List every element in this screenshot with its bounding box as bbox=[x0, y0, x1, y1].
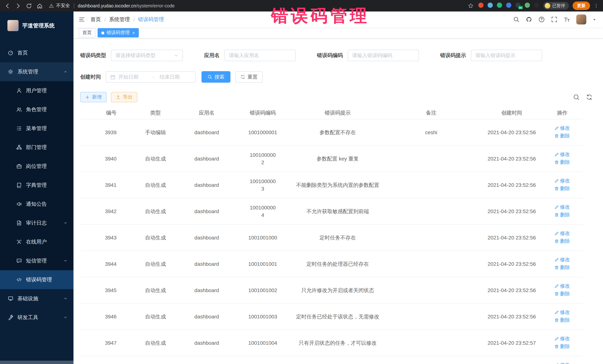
table-search-toggle-icon[interactable] bbox=[573, 94, 580, 100]
delete-link-label: 删除 bbox=[560, 132, 570, 140]
table-refresh-icon[interactable] bbox=[586, 94, 593, 100]
edit-link[interactable]: 修改 bbox=[554, 203, 570, 211]
edit-link-label: 修改 bbox=[560, 282, 570, 290]
breadcrumb-item[interactable]: 首页 bbox=[91, 16, 101, 23]
bookmark-star-icon[interactable] bbox=[468, 3, 473, 9]
export-button[interactable]: 导出 bbox=[111, 92, 137, 102]
reload-icon[interactable] bbox=[26, 3, 32, 9]
close-tab-icon[interactable]: × bbox=[132, 31, 135, 35]
chevron-down-icon bbox=[174, 53, 178, 58]
edit-icon bbox=[554, 257, 559, 262]
extension-icon[interactable] bbox=[497, 2, 502, 8]
add-button-label: 新增 bbox=[92, 94, 102, 100]
sidebar-item-label: 菜单管理 bbox=[26, 125, 68, 132]
tag-view-tab[interactable]: 错误码管理× bbox=[98, 28, 139, 37]
home-icon[interactable] bbox=[37, 3, 43, 9]
delete-link[interactable]: 删除 bbox=[554, 185, 570, 192]
forward-icon[interactable] bbox=[15, 3, 21, 9]
font-size-icon[interactable] bbox=[564, 16, 570, 22]
sidebar-item-menu-management[interactable]: 菜单管理 bbox=[0, 119, 73, 138]
caret-down-icon[interactable] bbox=[593, 18, 596, 21]
delete-icon bbox=[554, 292, 559, 296]
delete-link[interactable]: 删除 bbox=[554, 132, 570, 140]
sidebar-item-role-management[interactable]: 角色管理 bbox=[0, 100, 73, 119]
tag-view-tab[interactable]: 首页 bbox=[79, 28, 95, 37]
edit-link[interactable]: 修改 bbox=[554, 177, 570, 184]
sidebar-item-home[interactable]: 首页 bbox=[0, 43, 73, 62]
edit-link[interactable]: 修改 bbox=[554, 361, 570, 364]
extension-icon[interactable] bbox=[478, 2, 483, 8]
search-icon[interactable] bbox=[513, 16, 520, 22]
app-name-input[interactable] bbox=[224, 50, 296, 61]
fullscreen-icon[interactable] bbox=[551, 16, 557, 22]
edit-icon bbox=[554, 310, 559, 315]
table-cell: 2021-04-20 23:52:56 bbox=[482, 277, 542, 303]
delete-link[interactable]: 删除 bbox=[554, 343, 570, 350]
edit-link[interactable]: 修改 bbox=[554, 256, 570, 263]
browser-menu-icon[interactable] bbox=[594, 3, 599, 8]
table-cell: dashboard bbox=[183, 356, 231, 364]
dictionary-icon bbox=[16, 182, 22, 188]
delete-link[interactable]: 删除 bbox=[554, 237, 570, 245]
date-range-separator: - bbox=[153, 74, 155, 80]
edit-link[interactable]: 修改 bbox=[554, 309, 570, 316]
sidebar-toggle-hamburger-icon[interactable] bbox=[79, 16, 85, 22]
filter-error-type-label: 错误码类型 bbox=[80, 52, 106, 59]
delete-link[interactable]: 删除 bbox=[554, 290, 570, 298]
edit-icon bbox=[554, 205, 559, 209]
table-cell: dashboard bbox=[183, 251, 231, 277]
address-bar[interactable]: 不安全 dashboard.yudao.iocoder.cn/system/er… bbox=[49, 3, 175, 9]
delete-link[interactable]: 删除 bbox=[554, 264, 570, 271]
extension-icon[interactable] bbox=[534, 2, 539, 8]
user-avatar[interactable] bbox=[576, 14, 586, 24]
sidebar-item-error-code[interactable]: 错误码管理 bbox=[0, 270, 73, 289]
edit-link[interactable]: 修改 bbox=[554, 124, 570, 132]
browser-profile-button[interactable]: 已暂停 bbox=[543, 2, 569, 10]
add-button[interactable]: 新增 bbox=[80, 92, 106, 102]
github-icon[interactable] bbox=[526, 16, 532, 22]
edit-link[interactable]: 修改 bbox=[554, 230, 570, 237]
table-cell: 自动生成 bbox=[128, 303, 183, 330]
table-cell: 3944 bbox=[80, 251, 128, 277]
sidebar-item-user-management[interactable]: 用户管理 bbox=[0, 81, 73, 100]
sidebar-item-dict-management[interactable]: 字典管理 bbox=[0, 176, 73, 195]
delete-link[interactable]: 删除 bbox=[554, 316, 570, 324]
app-logo[interactable]: 芋道管理系统 bbox=[0, 11, 73, 40]
create-time-range-picker[interactable]: 开始日期 - 结束日期 bbox=[106, 71, 196, 83]
table-cell: 参数配置 key 重复 bbox=[295, 145, 381, 172]
extension-icon[interactable] bbox=[506, 2, 511, 8]
error-hint-input[interactable] bbox=[471, 50, 542, 61]
sidebar-item-system-management[interactable]: 系统管理 bbox=[0, 62, 73, 81]
edit-icon bbox=[554, 126, 559, 130]
sidebar-item-dev-tools[interactable]: 研发工具 bbox=[0, 308, 73, 327]
delete-icon bbox=[554, 344, 559, 349]
sidebar-item-notice[interactable]: 通知公告 bbox=[0, 195, 73, 213]
search-button[interactable]: 搜索 bbox=[201, 71, 231, 83]
back-icon[interactable] bbox=[4, 3, 10, 9]
error-type-select[interactable]: 请选择错误码类型 bbox=[111, 50, 183, 61]
delete-link[interactable]: 删除 bbox=[554, 158, 570, 166]
extension-icon[interactable]: on bbox=[515, 2, 521, 8]
edit-link[interactable]: 修改 bbox=[554, 335, 570, 342]
table-cell: 3943 bbox=[80, 224, 128, 251]
help-icon[interactable] bbox=[538, 16, 545, 22]
reset-button[interactable]: 重置 bbox=[235, 71, 263, 83]
sidebar-item-dept-management[interactable]: 部门管理 bbox=[0, 138, 73, 157]
breadcrumb-item[interactable]: 系统管理 bbox=[109, 16, 130, 23]
sidebar-item-sms-management[interactable]: 短信管理 bbox=[0, 251, 73, 270]
edit-link-label: 修改 bbox=[560, 124, 570, 132]
delete-link[interactable]: 删除 bbox=[554, 211, 570, 219]
extension-icon[interactable] bbox=[487, 2, 493, 8]
extension-icon[interactable] bbox=[524, 2, 530, 8]
error-code-input[interactable] bbox=[348, 50, 419, 61]
table-cell: 3940 bbox=[80, 145, 128, 172]
sidebar-item-infrastructure[interactable]: 基础设施 bbox=[0, 289, 73, 308]
browser-update-button[interactable]: 更新 bbox=[573, 1, 590, 10]
edit-link[interactable]: 修改 bbox=[554, 282, 570, 290]
edit-link[interactable]: 修改 bbox=[554, 151, 570, 158]
sidebar-item-post-management[interactable]: 岗位管理 bbox=[0, 157, 73, 176]
sidebar-item-audit-log[interactable]: 审计日志 bbox=[0, 213, 73, 232]
sidebar-footer bbox=[0, 361, 73, 364]
sidebar-item-online-user[interactable]: 在线用户 bbox=[0, 232, 73, 251]
filter-error-hint-label: 错误码提示 bbox=[440, 52, 466, 59]
